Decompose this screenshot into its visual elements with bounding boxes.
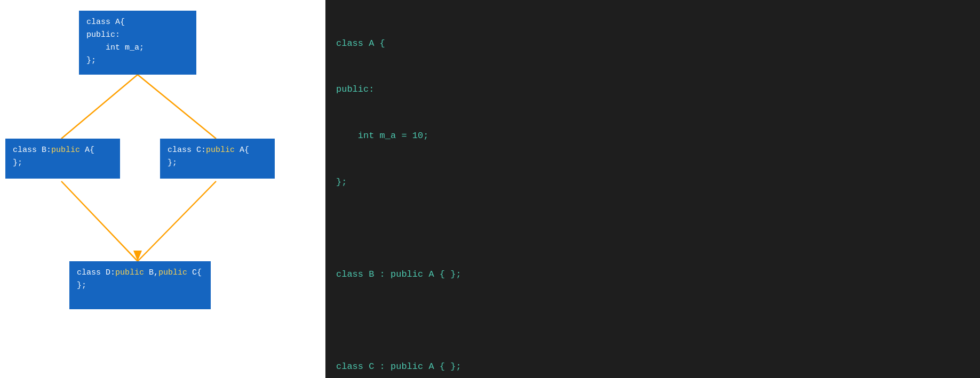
class-a-box: class A{public: int m_a;}; xyxy=(79,11,196,75)
code-line-2: public: xyxy=(336,82,969,98)
class-a-text: class A{public: int m_a;}; xyxy=(86,18,144,65)
code-line-3: int m_a = 10; xyxy=(336,128,969,144)
svg-line-2 xyxy=(61,181,138,261)
code-line-5: class B : public A { }; xyxy=(336,267,969,283)
code-line-empty2 xyxy=(336,313,969,329)
svg-line-3 xyxy=(138,181,216,261)
class-d-box: class D:public B,public C{}; xyxy=(69,261,211,309)
code-line-1: class A { xyxy=(336,36,969,52)
class-c-box: class C:public A{}; xyxy=(160,139,275,179)
code-line-4: }; xyxy=(336,175,969,190)
svg-line-1 xyxy=(138,75,216,139)
class-d-text: class D:public B,public C{}; xyxy=(77,268,202,290)
class-b-box: class B:public A{}; xyxy=(5,139,120,179)
svg-marker-6 xyxy=(133,251,142,261)
uml-diagram-panel: class A{public: int m_a;}; class B:publi… xyxy=(0,0,325,378)
code-line-empty1 xyxy=(336,221,969,236)
class-c-text: class C:public A{}; xyxy=(168,146,249,167)
class-b-text: class B:public A{}; xyxy=(13,146,94,167)
svg-line-0 xyxy=(61,75,138,139)
code-panel: class A { public: int m_a = 10; }; class… xyxy=(325,0,980,378)
code-display: class A { public: int m_a = 10; }; class… xyxy=(336,5,969,378)
code-line-6: class C : public A { }; xyxy=(336,359,969,375)
